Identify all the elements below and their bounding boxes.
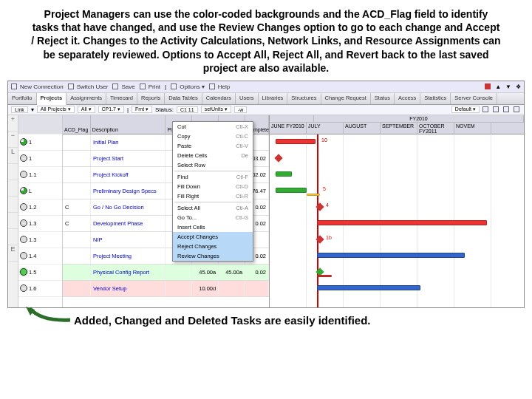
tab-access[interactable]: Access bbox=[395, 93, 420, 104]
cell-desc[interactable]: Project Start bbox=[91, 151, 166, 166]
cell-acd[interactable] bbox=[63, 232, 91, 248]
print-button[interactable]: Print bbox=[140, 83, 160, 90]
tree-row[interactable]: 1.4 bbox=[18, 248, 62, 265]
tab-reports[interactable]: Reports bbox=[137, 93, 165, 104]
gantt-bar[interactable] bbox=[276, 171, 292, 177]
set-units-button[interactable]: setUnits ▾ bbox=[201, 106, 231, 113]
cell-desc[interactable]: Physical Config Report bbox=[91, 265, 166, 280]
options-button[interactable]: Options ▾ bbox=[171, 83, 205, 90]
nav-down-icon[interactable]: ▼ bbox=[505, 83, 511, 90]
menu-select-all[interactable]: Select AllCtl-A bbox=[173, 203, 253, 213]
cell-pct[interactable] bbox=[245, 281, 269, 296]
tree-row[interactable]: 1 bbox=[18, 151, 62, 167]
menu-fill-down[interactable]: Fill DownCtl-D bbox=[173, 182, 253, 191]
tool-icon-2[interactable] bbox=[493, 106, 499, 112]
cell-desc[interactable]: Project Meeting bbox=[91, 248, 166, 264]
cell-acd[interactable] bbox=[63, 134, 91, 150]
tree-row[interactable]: 1.3 bbox=[18, 216, 62, 232]
tree-row[interactable]: 1.5 bbox=[18, 265, 62, 281]
tab-server-console[interactable]: Server Console bbox=[451, 93, 497, 104]
cell-acd[interactable] bbox=[63, 265, 91, 280]
tab-assignments[interactable]: Assignments bbox=[66, 93, 106, 104]
cell-acd[interactable] bbox=[63, 281, 91, 296]
rail-minus-icon[interactable]: − bbox=[8, 132, 18, 148]
cell-bdur[interactable]: 45.00a bbox=[192, 265, 219, 280]
tab-change-request[interactable]: Change Request bbox=[321, 93, 371, 104]
gantt-bar[interactable] bbox=[317, 220, 487, 225]
menu-review-changes[interactable]: Review Changes bbox=[173, 251, 253, 261]
col-description[interactable]: Description bbox=[91, 115, 166, 134]
cell-planned[interactable] bbox=[166, 265, 192, 280]
tab-status[interactable]: Status bbox=[371, 93, 395, 104]
save-button[interactable]: Save bbox=[112, 83, 134, 90]
default-dropdown[interactable]: Default ▾ bbox=[451, 106, 480, 113]
cell-desc[interactable]: Go / No Go Decision bbox=[91, 200, 166, 215]
milestone-icon[interactable] bbox=[316, 235, 324, 243]
link-button[interactable]: Link bbox=[11, 106, 28, 113]
tool-icon-3[interactable] bbox=[514, 106, 519, 112]
cell-acd[interactable]: C bbox=[63, 216, 91, 231]
menu-accept-changes[interactable]: Accept Changes bbox=[173, 232, 253, 242]
gantt-body[interactable]: 10 5 4 1b bbox=[270, 134, 524, 307]
tab-users[interactable]: Users bbox=[236, 93, 259, 104]
gantt-bar[interactable] bbox=[317, 253, 465, 258]
cell-acd[interactable] bbox=[63, 183, 91, 199]
tab-calendars[interactable]: Calendars bbox=[202, 93, 236, 104]
menu-find[interactable]: FindCtl-F bbox=[173, 172, 253, 182]
tab-data-tables[interactable]: Data Tables bbox=[165, 93, 202, 104]
filter-all-dropdown[interactable]: All ▾ bbox=[78, 106, 95, 113]
menu-fill-right[interactable]: Fill RightCtl-R bbox=[173, 191, 253, 201]
milestone-icon[interactable] bbox=[316, 202, 324, 211]
tree-row[interactable]: 1.6 bbox=[18, 281, 62, 297]
gantt-bar[interactable] bbox=[317, 285, 420, 290]
menu-delete-cells[interactable]: Delete CellsDe bbox=[173, 151, 253, 160]
cell-cpi[interactable] bbox=[219, 281, 245, 296]
cell-planned[interactable] bbox=[166, 281, 192, 296]
tab-timecard[interactable]: Timecard bbox=[106, 93, 137, 104]
table-row[interactable]: Vendor Setup10.00d bbox=[63, 281, 269, 297]
tree-row[interactable]: 1 bbox=[18, 134, 62, 151]
menu-cut[interactable]: CutCtl-X bbox=[173, 122, 253, 132]
cell-desc[interactable]: Initial Plan bbox=[91, 134, 166, 150]
milestone-icon[interactable] bbox=[274, 154, 282, 162]
status-value[interactable]: C1 11 bbox=[177, 106, 198, 113]
cw-button[interactable]: -w bbox=[234, 106, 247, 113]
col-acd-flag[interactable]: ACD_Flag bbox=[63, 115, 91, 134]
cell-acd[interactable] bbox=[63, 167, 91, 183]
all-projects-dropdown[interactable]: All Projects ▾ bbox=[37, 106, 75, 113]
help-button[interactable]: Help bbox=[209, 83, 230, 90]
tool-icon-1[interactable] bbox=[482, 106, 488, 112]
menu-go-to-[interactable]: Go To...Ctl-G bbox=[173, 213, 253, 222]
menu-insert-cells[interactable]: Insert Cells bbox=[173, 222, 253, 232]
tab-statistics[interactable]: Statistics bbox=[420, 93, 451, 104]
gantt-bar[interactable] bbox=[307, 194, 320, 196]
tree-row[interactable]: L bbox=[18, 183, 62, 200]
lock2-icon[interactable] bbox=[503, 106, 509, 112]
new-connection-button[interactable]: New Connection bbox=[11, 83, 64, 90]
cell-cpi[interactable]: 45.00a bbox=[219, 265, 245, 280]
tree-row[interactable]: 1.2 bbox=[18, 200, 62, 216]
cell-acd[interactable] bbox=[63, 248, 91, 264]
tab-structures[interactable]: Structures bbox=[287, 93, 321, 104]
menu-paste[interactable]: PasteCtl-V bbox=[173, 141, 253, 151]
rail-add-icon[interactable]: + bbox=[8, 115, 18, 132]
cell-desc[interactable]: NIP bbox=[91, 232, 166, 248]
tab-libraries[interactable]: Libraries bbox=[259, 93, 288, 104]
cell-desc[interactable]: Vendor Setup bbox=[91, 281, 166, 296]
switch-user-button[interactable]: Switch User bbox=[68, 83, 109, 90]
table-row[interactable]: Physical Config Report45.00a45.00a0.02 bbox=[63, 265, 269, 281]
tree-row[interactable]: 1.3 bbox=[18, 232, 62, 248]
menu-select-row[interactable]: Select Row bbox=[173, 160, 253, 170]
cp-dropdown[interactable]: CP1.7 ▾ bbox=[98, 106, 124, 113]
fmt-button[interactable]: Fmt ▾ bbox=[132, 106, 152, 113]
tab-projects[interactable]: Projects bbox=[37, 93, 67, 105]
nav-up-icon[interactable]: ▲ bbox=[495, 83, 501, 90]
cell-desc[interactable]: Development Phase bbox=[91, 216, 166, 231]
cell-bdur[interactable]: 10.00d bbox=[192, 281, 219, 296]
menu-copy[interactable]: CopyCtl-C bbox=[173, 132, 253, 141]
tab-portfolio[interactable]: Portfolio bbox=[8, 93, 37, 104]
cell-pct[interactable]: 0.02 bbox=[245, 265, 269, 280]
gantt-bar[interactable] bbox=[276, 188, 307, 193]
cell-acd[interactable]: C bbox=[63, 200, 91, 215]
menu-reject-changes[interactable]: Reject Changes bbox=[173, 242, 253, 251]
